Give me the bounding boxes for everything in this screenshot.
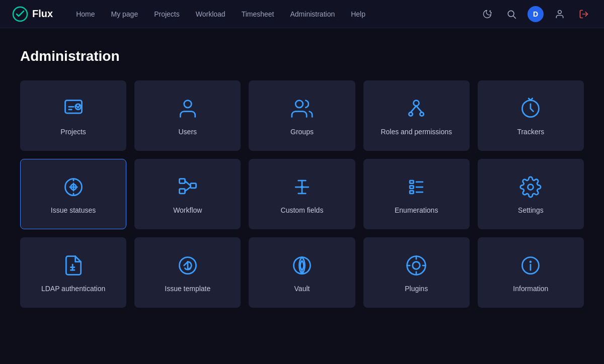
svg-line-4	[513, 16, 516, 18]
card-enumerations-label: Enumerations	[395, 206, 438, 214]
svg-point-5	[558, 10, 562, 14]
theme-icon[interactable]	[479, 6, 495, 22]
navbar: Flux Home My page Projects Workload Time…	[0, 0, 604, 28]
card-information-label: Information	[513, 285, 548, 293]
card-groups[interactable]: Groups	[249, 80, 355, 151]
svg-rect-35	[410, 186, 413, 189]
page-title: Administration	[20, 48, 584, 64]
card-vault[interactable]: Vault	[249, 237, 355, 308]
enumerations-icon	[405, 176, 427, 198]
svg-point-11	[184, 101, 191, 108]
card-roles-permissions[interactable]: Roles and permissions	[363, 80, 470, 151]
ldap-icon	[62, 254, 85, 277]
card-ldap[interactable]: LDAP authentication	[20, 237, 126, 308]
svg-rect-34	[410, 180, 413, 184]
card-issue-template-label: Issue template	[165, 285, 210, 293]
card-ldap-label: LDAP authentication	[41, 285, 105, 293]
users-icon	[177, 98, 199, 120]
svg-rect-26	[190, 184, 196, 188]
workflow-icon	[177, 176, 199, 198]
card-trackers-label: Trackers	[517, 128, 544, 136]
nav-projects[interactable]: Projects	[147, 7, 187, 21]
user-icon[interactable]	[552, 6, 568, 22]
svg-line-16	[411, 106, 416, 113]
svg-line-28	[185, 187, 190, 191]
card-settings-label: Settings	[518, 206, 544, 214]
nav-administration[interactable]: Administration	[283, 7, 342, 21]
card-enumerations[interactable]: Enumerations	[363, 159, 470, 229]
card-issue-statuses-label: Issue statuses	[51, 206, 96, 214]
groups-icon	[291, 98, 313, 120]
main-content: Administration Projects	[0, 28, 604, 328]
admin-grid: Projects Users Groups	[20, 80, 584, 308]
nav-actions: D	[479, 6, 592, 22]
card-projects-label: Projects	[60, 128, 86, 136]
nav-timesheet[interactable]: Timesheet	[235, 7, 281, 21]
issue-statuses-icon	[62, 176, 85, 198]
card-users[interactable]: Users	[134, 80, 241, 151]
card-roles-label: Roles and permissions	[381, 128, 452, 136]
logo-text: Flux	[32, 8, 53, 20]
card-issue-template[interactable]: Issue template	[134, 237, 241, 308]
svg-point-12	[295, 101, 303, 108]
card-workflow[interactable]: Workflow	[134, 159, 241, 229]
svg-point-40	[528, 185, 534, 190]
settings-icon	[519, 176, 542, 198]
logo[interactable]: Flux	[12, 6, 53, 22]
card-custom-fields-label: Custom fields	[281, 206, 324, 214]
roles-icon	[405, 98, 427, 120]
card-groups-label: Groups	[290, 128, 314, 136]
card-users-label: Users	[179, 128, 197, 136]
logout-icon[interactable]	[576, 6, 592, 22]
nav-links: Home My page Projects Workload Timesheet…	[69, 7, 479, 21]
nav-help[interactable]: Help	[344, 7, 372, 21]
svg-rect-36	[410, 191, 413, 194]
svg-point-31	[300, 186, 304, 189]
search-icon[interactable]	[503, 6, 519, 22]
user-avatar[interactable]: D	[527, 6, 544, 22]
card-issue-statuses[interactable]: Issue statuses	[20, 159, 126, 229]
card-plugins[interactable]: Plugins	[363, 237, 470, 308]
svg-point-13	[414, 101, 419, 106]
trackers-icon	[519, 98, 542, 120]
nav-home[interactable]: Home	[69, 7, 102, 21]
svg-line-17	[416, 106, 422, 113]
card-plugins-label: Plugins	[405, 285, 428, 293]
information-icon	[519, 254, 542, 277]
svg-line-27	[185, 181, 190, 186]
card-workflow-label: Workflow	[173, 206, 202, 214]
plugins-icon	[405, 254, 427, 277]
custom-fields-icon	[291, 176, 313, 198]
issue-template-icon	[177, 254, 199, 277]
card-settings[interactable]: Settings	[478, 159, 584, 229]
card-custom-fields[interactable]: Custom fields	[249, 159, 355, 229]
card-information[interactable]: Information	[478, 237, 584, 308]
card-trackers[interactable]: Trackers	[478, 80, 584, 151]
svg-point-2	[491, 12, 492, 13]
nav-workload[interactable]: Workload	[189, 7, 233, 21]
card-vault-label: Vault	[294, 285, 310, 293]
nav-mypage[interactable]: My page	[104, 7, 145, 21]
svg-rect-25	[179, 189, 185, 194]
projects-icon	[62, 98, 85, 120]
card-projects[interactable]: Projects	[20, 80, 126, 151]
vault-icon	[291, 254, 313, 277]
svg-point-1	[490, 11, 491, 12]
svg-rect-24	[179, 179, 185, 184]
